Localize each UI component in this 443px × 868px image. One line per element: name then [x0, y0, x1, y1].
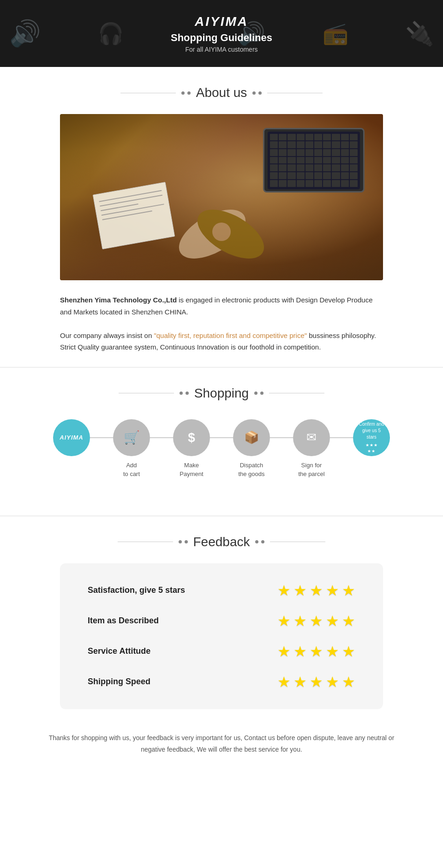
line-left-sign: [281, 437, 293, 438]
key: [270, 172, 278, 179]
feedback-section-title: Feedback: [193, 535, 250, 549]
confirm-stars: ★★★★★: [365, 442, 378, 454]
about-paragraph-1: Shenzhen Yima Technology Co.,Ltd is enga…: [60, 294, 383, 318]
step-dispatch-icon-row: 📦: [222, 419, 281, 456]
key: [341, 149, 349, 156]
key: [305, 172, 313, 179]
step-sign-label: Sign forthe parcel: [298, 461, 324, 479]
line-left-confirm: [341, 437, 353, 438]
dot-2: [187, 91, 191, 95]
step-payment-label: MakePayment: [180, 461, 203, 479]
star-4: ★: [326, 582, 339, 599]
footer-text: Thanks for shopping with us, your feedba…: [0, 723, 443, 774]
key: [341, 141, 349, 148]
step-dispatch: 📦 Dispatchthe goods: [222, 419, 281, 479]
philosophy-prefix: Our company always insist on: [60, 332, 154, 339]
key: [314, 180, 322, 187]
line-left-cart: [102, 437, 113, 438]
key: [323, 164, 331, 171]
step-sign-icon-row: ✉: [281, 419, 341, 456]
item-label: Item as Described: [88, 616, 159, 626]
aiyima-circle: AIYIMA: [53, 419, 90, 456]
key: [297, 172, 305, 179]
shopping-dots-right: [254, 392, 263, 395]
star-2: ★: [293, 582, 307, 599]
shopping-dots-left: [180, 392, 189, 395]
star-1: ★: [277, 612, 291, 630]
feedback-row-shipping: Shipping Speed ★ ★ ★ ★ ★: [88, 673, 355, 691]
svg-point-2: [212, 223, 231, 241]
step-confirm: Confirm andgive us 5 stars ★★★★★: [341, 419, 401, 461]
divider-1: [0, 367, 443, 368]
paper-line: [102, 211, 152, 220]
brand-logo: AIYIMA: [171, 14, 272, 29]
key: [314, 149, 322, 156]
key: [297, 164, 305, 171]
star-5: ★: [342, 673, 355, 691]
star-2: ★: [293, 643, 307, 660]
shipping-stars: ★ ★ ★ ★ ★: [277, 673, 355, 691]
key: [279, 141, 287, 148]
star-3: ★: [310, 643, 323, 660]
dot-8: [260, 392, 263, 395]
key: [314, 172, 322, 179]
key: [341, 180, 349, 187]
shopping-line-right: [269, 393, 324, 393]
dot-3: [252, 91, 256, 95]
shopping-steps-container: AIYIMA 🛒 Addto cart $ MakePayment 📦 Disp…: [0, 415, 443, 502]
header-title: Shopping Guidelines: [171, 32, 272, 44]
company-name: Shenzhen Yima Technology Co.,Ltd: [60, 296, 177, 304]
key: [323, 157, 331, 164]
feedback-line-right: [270, 542, 325, 542]
key: [350, 164, 358, 171]
laptop-shape: [263, 128, 365, 193]
key: [270, 134, 278, 141]
line-right-confirm: [390, 437, 401, 438]
star-1: ★: [277, 643, 291, 660]
service-stars: ★ ★ ★ ★ ★: [277, 643, 355, 660]
bg-icon-2: 🎧: [98, 21, 124, 46]
star-3: ★: [310, 673, 323, 691]
key: [350, 141, 358, 148]
feedback-dots-right: [255, 540, 264, 543]
laptop-screen: [268, 132, 360, 189]
key: [270, 157, 278, 164]
step-payment: $ MakePayment: [162, 419, 222, 479]
feedback-dots-left: [179, 540, 188, 543]
key: [332, 172, 340, 179]
key: [279, 149, 287, 156]
feedback-row-service: Service Attitude ★ ★ ★ ★ ★: [88, 643, 355, 660]
section-dots-left: [181, 91, 191, 95]
satisfaction-stars: ★ ★ ★ ★ ★: [277, 582, 355, 599]
key: [314, 157, 322, 164]
key: [341, 157, 349, 164]
feedback-card: Satisfaction, give 5 stars ★ ★ ★ ★ ★ Ite…: [60, 563, 383, 709]
section-dots-right: [252, 91, 262, 95]
key: [305, 141, 313, 148]
star-5: ★: [342, 612, 355, 630]
key: [323, 141, 331, 148]
key: [297, 149, 305, 156]
key: [332, 164, 340, 171]
dot-7: [254, 392, 257, 395]
key: [270, 141, 278, 148]
key: [350, 180, 358, 187]
step-cart: 🛒 Addto cart: [102, 419, 162, 479]
feedback-row-item: Item as Described ★ ★ ★ ★ ★: [88, 612, 355, 630]
star-3: ★: [310, 612, 323, 630]
key: [297, 141, 305, 148]
payment-circle: $: [173, 419, 210, 456]
dot-9: [179, 540, 182, 543]
step-aiyima-icon-row: AIYIMA: [42, 419, 102, 456]
feedback-section-title-row: Feedback: [0, 535, 443, 549]
about-section-title-row: About us: [0, 85, 443, 100]
about-image: [60, 114, 383, 280]
key: [341, 172, 349, 179]
key: [332, 180, 340, 187]
key: [332, 157, 340, 164]
key: [341, 164, 349, 171]
key: [305, 134, 313, 141]
star-2: ★: [293, 612, 307, 630]
star-4: ★: [326, 673, 339, 691]
about-section-title: About us: [196, 85, 247, 100]
